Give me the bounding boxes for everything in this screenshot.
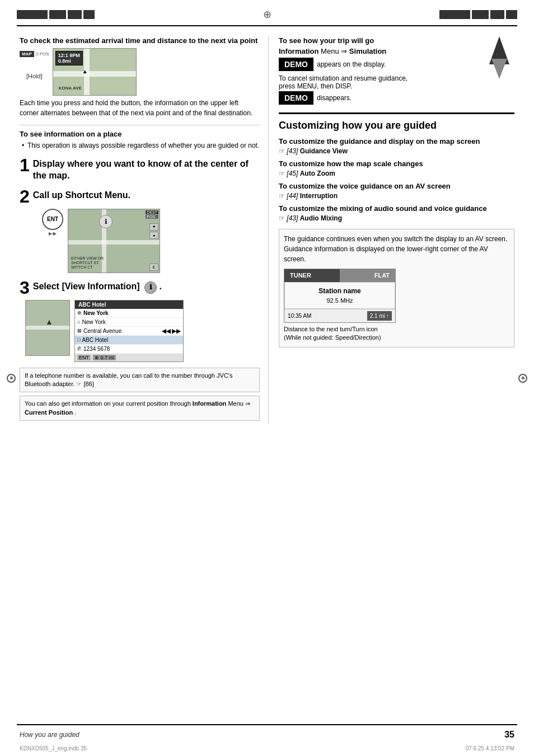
top-bar-block-8 xyxy=(506,10,517,19)
demo-box-2: DEMO xyxy=(279,91,313,105)
step-1-text: Display where you want to know of at the… xyxy=(33,156,260,182)
av-screen-header: TUNER FLAT xyxy=(284,269,395,282)
arrival-time-title: To check the estimated arrival time and … xyxy=(20,36,260,45)
footer-left-text: How you are guided xyxy=(20,731,79,739)
info-panel-footer: ENT ⊕ 0.7 mi xyxy=(75,354,183,361)
customize-item-4: To customize the mixing of audio sound a… xyxy=(279,204,514,222)
step-1-number: 1 xyxy=(20,156,30,174)
map-time-box: 12:1 9PM 0.8mi xyxy=(55,51,83,65)
customize-item-2-ref: ☞ [45] Auto Zoom xyxy=(279,170,514,177)
see-information-bullet: • This operation is always possible rega… xyxy=(20,140,260,151)
info-row-5: ✆ 1234 5678 xyxy=(75,345,183,354)
car-marker: ▲ xyxy=(82,68,88,74)
left-margin-circle: ⊕ xyxy=(7,374,16,383)
av-screen-caption-1: Distance to the next turn/Turn icon xyxy=(284,325,509,334)
map-btn-2: ● xyxy=(149,232,158,239)
step-3: 3 Select [View Information] ℹ . ▲ xyxy=(20,279,260,362)
customize-item-1-title: To customize the guidance and display on… xyxy=(279,137,514,145)
av-screen-footer: 10:35 AM 2.1 mi ↑ xyxy=(284,309,395,322)
customize-item-2-title: To customize how the map scale changes xyxy=(279,159,514,168)
trip-menu: Information Menu ⇒ Simulation xyxy=(279,47,478,55)
customizing-section: Customizing how you are guided To custom… xyxy=(279,112,514,222)
info-row-3: ⊠ Central Avenue ◀◀ ▶▶ xyxy=(75,327,183,336)
ent-button[interactable]: ENT xyxy=(42,209,63,230)
info-panel-header: ABC Hotel xyxy=(75,300,183,309)
av-screen-left-tab: TUNER xyxy=(284,269,340,282)
customize-item-1-ref: ☞ [43] Guidance View xyxy=(279,147,514,155)
av-station-name: Station name xyxy=(291,286,389,296)
arrival-time-section: To check the estimated arrival time and … xyxy=(20,36,260,118)
av-screen-body: Station name 92.5 MHz xyxy=(284,282,395,309)
file-label: KDNXD505_J_eng.indb 35 xyxy=(20,745,87,752)
av-note-text: The guidance continues even when you swi… xyxy=(284,234,509,264)
info-row-1: ⊛ New York xyxy=(75,309,183,318)
av-screen: TUNER FLAT Station name 92.5 MHz 10:35 A… xyxy=(284,269,396,323)
ent-arrows: ▶/▶ xyxy=(49,231,57,236)
info-row-4: □ ABC Hotel xyxy=(75,336,183,345)
customize-item-4-ref: ☞ [43] Audio Mixing xyxy=(279,214,514,222)
compass-nav xyxy=(484,36,514,73)
customize-item-3-title: To customize the voice guidance on an AV… xyxy=(279,182,514,190)
top-bar-block-5 xyxy=(439,10,470,19)
see-information-section: To see information on a place • This ope… xyxy=(20,130,260,151)
customize-item-2: To customize how the map scale changes ☞… xyxy=(279,159,514,177)
customize-item-3: To customize the voice guidance on an AV… xyxy=(279,182,514,200)
av-time: 10:35 AM xyxy=(288,312,311,320)
arrival-time-info: Each time you press and hold the button,… xyxy=(20,98,260,118)
info-row-2: ⌂ New York xyxy=(75,318,183,327)
customize-item-3-ref: ☞ [44] Interruption xyxy=(279,192,514,200)
map-ent-btn: E xyxy=(149,264,158,271)
av-note-box: The guidance continues even when you swi… xyxy=(279,229,514,348)
top-bar-block-3 xyxy=(68,10,82,19)
step-3-text: Select [View Information] ℹ . xyxy=(33,281,162,294)
map-btn-1: ★ xyxy=(149,223,158,231)
appears-text: appears on the display. xyxy=(317,60,386,68)
av-distance: 2.1 mi ↑ xyxy=(367,311,392,321)
crosshair-icon: ⊕ xyxy=(263,8,271,21)
pos-label: ⟩⟩ POS xyxy=(35,51,49,57)
top-bar-block-4 xyxy=(83,10,95,19)
customize-item-4-title: To customize the mixing of audio sound a… xyxy=(279,204,514,213)
note-box-1: If a telephone number is available, you … xyxy=(20,368,260,393)
step-2: 2 Call up Shortcut Menu. ENT ▶/▶ xyxy=(20,187,260,273)
top-bar-block-2 xyxy=(49,10,66,19)
top-bar-block-7 xyxy=(490,10,504,19)
disappears-text: disappears. xyxy=(317,94,352,102)
top-bar-block-6 xyxy=(472,10,489,19)
step-1: 1 Display where you want to know of at t… xyxy=(20,156,260,182)
step-3-number: 3 xyxy=(20,279,30,297)
see-information-title: To see information on a place xyxy=(20,130,260,138)
date-label: 07.6.25 4:13:02 PM xyxy=(466,745,514,752)
trip-section: To see how your trip will go Information… xyxy=(279,36,514,105)
cancel-guidance-text: To cancel simulation and resume guidance… xyxy=(279,74,478,82)
customizing-title: Customizing how you are guided xyxy=(279,120,514,132)
av-screen-right-tab: FLAT xyxy=(340,269,395,282)
step-2-text: Call up Shortcut Menu. xyxy=(33,187,130,201)
map-street-label: KONA AVE xyxy=(59,86,82,91)
info-panel: ABC Hotel ⊛ New York ⌂ New York ⊠ Cent xyxy=(74,300,184,362)
note-box-2: You can also get information on your cur… xyxy=(20,396,260,421)
section-divider-1 xyxy=(20,125,260,125)
av-frequency: 92.5 MHz xyxy=(291,296,389,306)
step-2-number: 2 xyxy=(20,187,30,205)
top-bar-block-1 xyxy=(17,10,48,19)
right-column: To see how your trip will go Information… xyxy=(269,36,514,424)
map-label: MAP xyxy=(20,51,34,57)
hold-label: [Hold] xyxy=(26,73,43,79)
trip-title: To see how your trip will go xyxy=(279,36,478,45)
demo-box-1: DEMO xyxy=(279,58,313,71)
cancel-guidance-text2: press MENU, then DISP. xyxy=(279,82,478,90)
map-shortcut-screenshot: DEST POS ℹ ★ ● EITHER VIEW OR SHORTCUT S… xyxy=(68,209,160,273)
map-thumb-step3: ▲ xyxy=(25,300,70,356)
page: ⊕ ⊕ ⊕ To check the estimated arrival tim… xyxy=(0,0,534,756)
map-thumbnail-1: 12:1 9PM 0.8mi KONA AVE ▲ xyxy=(53,48,137,96)
page-number: 35 xyxy=(504,730,514,740)
av-screen-caption-2: (While not guided: Speed/Direction) xyxy=(284,334,509,342)
right-margin-circle: ⊕ xyxy=(518,374,527,383)
view-info-icon: ℹ xyxy=(144,281,157,294)
shortcut-menu-icon: ℹ xyxy=(99,215,113,228)
customize-item-1: To customize the guidance and display on… xyxy=(279,137,514,155)
